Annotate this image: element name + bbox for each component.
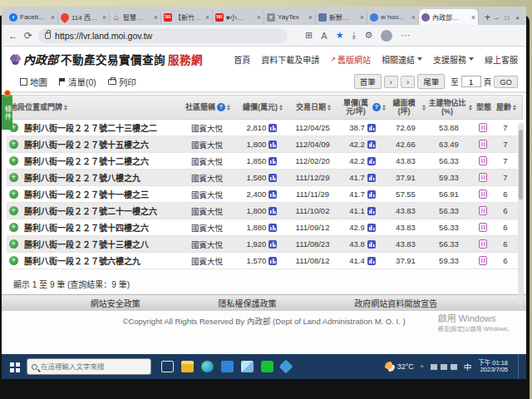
column-header[interactable]: 社區簡稱 ? (177, 103, 239, 111)
download-icon[interactable]: ⤓ (352, 30, 357, 41)
file-explorer-icon[interactable] (181, 361, 194, 372)
browser-tab[interactable]: 114 西… × (58, 9, 110, 25)
column-header[interactable]: 單價(萬元/坪) ? (340, 99, 387, 116)
unit-price-trend-icon[interactable] (367, 124, 376, 132)
unit-price-trend-icon[interactable] (367, 257, 376, 265)
price-trend-icon[interactable] (268, 207, 277, 215)
footer-link[interactable]: 隱私權保護政策 (218, 297, 276, 309)
prev-page-button[interactable]: ‹ (384, 76, 398, 88)
price-trend-icon[interactable] (268, 224, 277, 232)
building-type-icon[interactable] (479, 256, 487, 265)
expand-row-icon[interactable]: + (9, 173, 18, 182)
building-type-icon[interactable] (479, 173, 487, 182)
browser-tab[interactable]: ⌂ 智慧… × (110, 9, 161, 25)
column-header[interactable]: 主建物佔比(%) (426, 99, 473, 116)
table-row[interactable]: + 勝利八街一段２２７號八樓之九 國賓大悅 1,580 111/12/29 41… (7, 170, 523, 186)
expand-row-icon[interactable]: + (9, 206, 18, 215)
nav-item[interactable]: 首頁 (234, 53, 250, 66)
unit-price-trend-icon[interactable] (367, 190, 376, 199)
back-icon[interactable]: ← (8, 30, 18, 42)
sort-icon[interactable] (422, 105, 426, 111)
unit-price-trend-icon[interactable] (367, 174, 376, 182)
address-bar[interactable]: https://lvr.land.moi.gov.tw (38, 28, 288, 43)
price-trend-icon[interactable] (268, 157, 277, 165)
browser-tab[interactable]: f Faceb… × (7, 9, 58, 25)
tab-close-icon[interactable]: × (205, 13, 209, 22)
sort-icon[interactable] (279, 105, 283, 111)
first-page-button[interactable]: 首筆 (354, 74, 382, 89)
line-icon[interactable] (261, 361, 273, 372)
unit-price-trend-icon[interactable] (367, 140, 376, 149)
edge-icon[interactable] (201, 361, 214, 372)
help-icon[interactable]: ? (217, 103, 225, 111)
building-type-icon[interactable] (479, 140, 487, 149)
table-row[interactable]: + 勝利八街一段２２７號二十一樓之六 國賓大悅 1,800 111/10/02 … (7, 203, 523, 219)
browser-tab[interactable]: 內政部… × (419, 9, 479, 25)
profile-avatar[interactable] (381, 30, 392, 42)
print-button[interactable]: 列印 (108, 76, 136, 88)
font-size-icon[interactable]: A (321, 31, 327, 41)
nav-item[interactable]: 相關連結 (382, 53, 422, 66)
photos-icon[interactable] (279, 360, 293, 374)
table-row[interactable]: + 勝利八街一段２２７號二十三樓之二 國賓大悅 2,810 112/04/25 … (7, 120, 523, 136)
building-type-icon[interactable] (479, 239, 487, 249)
building-type-icon[interactable] (479, 156, 487, 165)
tab-close-icon[interactable]: × (411, 13, 416, 22)
browser-tab[interactable]: w hou… × (367, 9, 419, 25)
price-trend-icon[interactable] (268, 240, 277, 249)
minimize-button[interactable]: – (495, 14, 498, 22)
tab-close-icon[interactable]: × (471, 13, 475, 22)
close-button[interactable]: × (515, 14, 520, 22)
sort-icon[interactable] (328, 105, 331, 111)
unit-price-trend-icon[interactable] (367, 224, 376, 232)
column-header[interactable]: 總面積(坪) (387, 99, 426, 116)
tray-expand-icon[interactable]: ^ (421, 363, 424, 371)
sort-icon[interactable] (227, 105, 230, 111)
building-type-icon[interactable] (479, 123, 487, 132)
maximize-button[interactable]: □ (505, 14, 509, 22)
tab-close-icon[interactable]: × (257, 13, 261, 22)
sort-icon[interactable] (382, 105, 386, 111)
start-button[interactable] (5, 357, 23, 376)
building-type-icon[interactable] (479, 206, 487, 215)
column-header[interactable]: 屋齡 (495, 103, 518, 111)
browser-tab[interactable]: 新鮮… × (316, 9, 367, 25)
price-trend-icon[interactable] (268, 190, 277, 199)
table-row[interactable]: + 勝利八街一段２２７號十五樓之六 國賓大悅 1,800 112/04/09 4… (7, 136, 523, 153)
sort-icon[interactable] (513, 105, 516, 111)
price-trend-icon[interactable] (268, 257, 277, 265)
taskbar-search-input[interactable] (41, 362, 140, 371)
browser-tab[interactable]: Y YayTex × (264, 9, 316, 25)
show-desktop-button[interactable] (518, 354, 521, 379)
column-header[interactable]: 交易日期 (287, 103, 340, 111)
tab-close-icon[interactable]: × (308, 13, 313, 22)
browser-tab[interactable]: 591 ♥小… × (213, 9, 264, 25)
sort-icon[interactable] (469, 105, 472, 111)
table-row[interactable]: + 勝利八街一段２２７號十四樓之六 國賓大悅 1,880 111/09/12 4… (7, 219, 523, 236)
unit-price-trend-icon[interactable] (367, 157, 376, 165)
tab-close-icon[interactable]: × (51, 13, 55, 22)
expand-row-icon[interactable]: + (9, 239, 18, 249)
taskbar-search[interactable] (27, 358, 151, 375)
next-page-button[interactable]: › (401, 76, 415, 88)
table-row[interactable]: + 勝利八街一段２２７號十二樓之六 國賓大悅 1,850 112/02/20 4… (7, 153, 523, 170)
last-page-button[interactable]: 尾筆 (417, 74, 445, 89)
go-button[interactable]: GO (494, 76, 518, 88)
site-logo[interactable]: 內政部 不動產交易實價查詢 服務網 (10, 51, 203, 67)
unit-price-trend-icon[interactable] (367, 240, 376, 249)
refresh-icon[interactable]: ⟳ (24, 30, 32, 42)
expand-row-icon[interactable]: + (9, 223, 18, 232)
map-view-button[interactable]: 地圖 (20, 76, 47, 88)
bookmark-star-icon[interactable]: ★ (336, 30, 344, 41)
column-header[interactable]: 地段位置或門牌 (7, 103, 177, 111)
expand-row-icon[interactable]: + (9, 140, 18, 149)
mail-icon[interactable] (241, 361, 254, 372)
grid-icon[interactable]: ⊞ (305, 30, 313, 41)
building-type-icon[interactable] (479, 190, 487, 199)
table-row[interactable]: + 勝利八街一段２２７號六樓之九 國賓大悅 1,570 111/08/12 41… (7, 253, 523, 269)
tab-close-icon[interactable]: × (154, 13, 158, 22)
column-header[interactable]: 總價(萬元) (239, 103, 287, 111)
sort-icon[interactable] (64, 105, 67, 111)
table-row[interactable]: + 勝利八街一段２２７號十三樓之八 國賓大悅 1,920 111/08/23 4… (7, 236, 523, 253)
browser-tab[interactable]: 591 【新竹… × (161, 9, 213, 25)
